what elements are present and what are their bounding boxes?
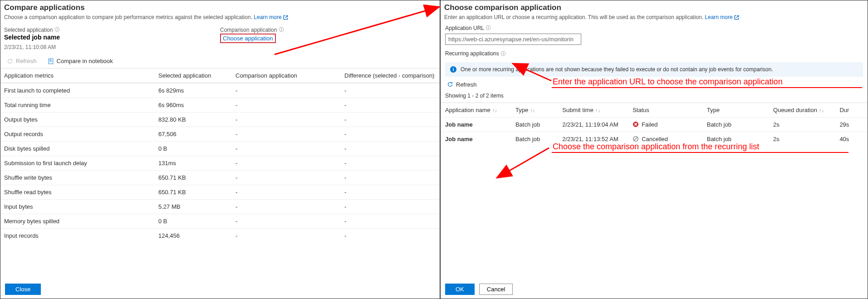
- grid-header: Application name↑↓ Type↑↓ Submit time↑↓ …: [441, 103, 868, 117]
- metrics-row: Input bytes5.27 MB--: [0, 199, 440, 214]
- metric-selected: 832.80 KB: [158, 116, 235, 123]
- sort-icon: ↑↓: [492, 108, 497, 113]
- selected-timestamp: 2/23/21, 11:10:08 AM: [0, 43, 440, 55]
- metric-comparison: -: [235, 87, 344, 94]
- info-icon: [450, 66, 457, 73]
- compare-notebook-button[interactable]: Compare in notebook: [48, 58, 113, 64]
- metric-diff: -: [344, 160, 436, 167]
- svg-rect-7: [49, 59, 51, 60]
- choose-title: Choose comparison application: [441, 0, 868, 13]
- col-difference: Difference (selected - comparison): [344, 72, 436, 79]
- learn-more-link[interactable]: Learn more: [705, 14, 739, 20]
- close-button[interactable]: Close: [5, 284, 41, 295]
- app-url-label: Application URL: [445, 25, 484, 31]
- info-icon: [54, 27, 60, 34]
- learn-more-link[interactable]: Learn more: [254, 14, 288, 20]
- metrics-row: Shuffle read bytes650.71 KB--: [0, 185, 440, 199]
- metrics-row: Output bytes832.80 KB--: [0, 112, 440, 127]
- metric-diff: -: [344, 218, 436, 225]
- metrics-row: Disk bytes spilled0 B--: [0, 141, 440, 156]
- cell-type: Batch job: [515, 136, 562, 142]
- sort-icon: ↑↓: [819, 108, 824, 113]
- cell-status: Failed: [633, 121, 707, 128]
- metric-diff: -: [344, 145, 436, 152]
- cell-dur: 29s: [839, 121, 863, 128]
- notebook-icon: [48, 58, 54, 64]
- cell-appname: Job name: [445, 136, 515, 142]
- metrics-row: Shuffle write bytes650.71 KB--: [0, 170, 440, 185]
- svg-rect-10: [488, 27, 488, 29]
- refresh-icon: [7, 58, 13, 64]
- col-type2[interactable]: Type: [707, 107, 720, 113]
- svg-rect-14: [503, 52, 504, 53]
- info-icon: [485, 25, 491, 32]
- compare-applications-pane: Compare applications Choose a comparison…: [0, 0, 440, 299]
- metric-comparison: -: [235, 232, 344, 239]
- cell-dur: 40s: [839, 136, 863, 142]
- svg-rect-2: [57, 28, 57, 29]
- choose-application-link[interactable]: Choose application: [223, 35, 273, 42]
- col-selected: Selected application: [158, 72, 235, 79]
- col-appname[interactable]: Application name: [445, 107, 490, 113]
- col-metrics: Application metrics: [4, 72, 158, 79]
- refresh-button[interactable]: Refresh: [441, 79, 868, 92]
- selected-job-name: Selected job name: [4, 34, 220, 43]
- metric-selected: 67,506: [158, 131, 235, 137]
- metric-label: Shuffle read bytes: [4, 189, 158, 196]
- cancel-button[interactable]: Cancel: [479, 284, 513, 295]
- recurring-label: Recurring applications: [445, 50, 499, 57]
- svg-rect-5: [281, 28, 281, 29]
- refresh-icon: [447, 81, 453, 88]
- svg-rect-13: [503, 53, 504, 55]
- table-row[interactable]: Job nameBatch job2/23/21, 11:13:52 AMCan…: [441, 132, 868, 146]
- col-submit[interactable]: Submit time: [562, 107, 593, 113]
- metric-diff: -: [344, 189, 436, 196]
- showing-count: Showing 1 - 2 of 2 items: [441, 92, 868, 103]
- metrics-row: Submission to first launch delay131ms--: [0, 156, 440, 170]
- metric-selected: 6s 829ms: [158, 87, 235, 94]
- svg-rect-16: [453, 69, 454, 71]
- cell-status: Cancelled: [633, 136, 707, 142]
- col-status[interactable]: Status: [633, 107, 649, 113]
- cell-queued: 2s: [773, 121, 839, 128]
- metrics-row: First launch to completed6s 829ms--: [0, 83, 440, 98]
- metric-label: Disk bytes spilled: [4, 145, 158, 152]
- metric-selected: 131ms: [158, 160, 235, 167]
- metric-comparison: -: [235, 131, 344, 137]
- ok-button[interactable]: OK: [445, 284, 475, 295]
- cell-submit: 2/23/21, 11:13:52 AM: [562, 136, 633, 142]
- metric-selected: 5.27 MB: [158, 203, 235, 210]
- svg-rect-4: [281, 29, 281, 31]
- compare-description: Choose a comparison application to compa…: [0, 13, 440, 25]
- metric-selected: 650.71 KB: [158, 189, 235, 196]
- metric-comparison: -: [235, 145, 344, 152]
- metric-diff: -: [344, 174, 436, 181]
- metrics-header-row: Application metrics Selected application…: [0, 68, 440, 83]
- metric-diff: -: [344, 131, 436, 137]
- refresh-button[interactable]: Refresh: [7, 58, 37, 64]
- metric-comparison: -: [235, 102, 344, 108]
- metric-label: Input bytes: [4, 203, 158, 210]
- cell-type2: Batch job: [707, 121, 773, 128]
- cancelled-icon: [633, 136, 639, 142]
- col-dur[interactable]: Dur: [839, 107, 849, 113]
- metric-comparison: -: [235, 203, 344, 210]
- metric-label: Output bytes: [4, 116, 158, 123]
- cell-type2: Batch job: [707, 136, 773, 142]
- metrics-row: Output records67,506--: [0, 127, 440, 141]
- col-type[interactable]: Type: [515, 107, 528, 113]
- metric-label: Total running time: [4, 102, 158, 108]
- metric-diff: -: [344, 87, 436, 94]
- table-row[interactable]: Job nameBatch job2/23/21, 11:19:04 AMFai…: [441, 117, 868, 132]
- metric-label: Memory bytes spilled: [4, 218, 158, 225]
- comparison-app-label: Comparison application: [220, 27, 277, 33]
- metric-comparison: -: [235, 174, 344, 181]
- metric-label: Output records: [4, 131, 158, 137]
- sort-icon: ↑↓: [595, 108, 600, 113]
- choose-application-highlight: Choose application: [220, 34, 276, 43]
- application-url-input[interactable]: [445, 34, 581, 45]
- metric-comparison: -: [235, 116, 344, 123]
- col-queued[interactable]: Queued duration: [773, 107, 817, 113]
- metric-comparison: -: [235, 160, 344, 167]
- svg-rect-17: [453, 68, 454, 69]
